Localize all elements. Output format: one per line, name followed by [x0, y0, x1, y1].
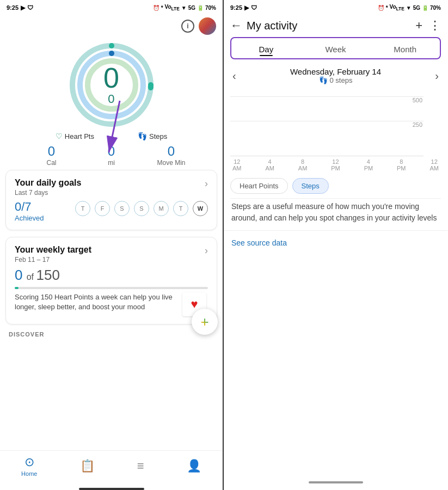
fab-button[interactable]: +	[192, 309, 218, 335]
achieved-label: Achieved	[15, 214, 44, 222]
heart-icon: ♡	[56, 132, 63, 140]
steps-text: Steps	[149, 132, 167, 140]
battery-icon: 🔋	[197, 5, 204, 11]
browse-icon: ≡	[137, 459, 144, 473]
nav-journal[interactable]: 📋	[80, 459, 95, 473]
discover-label: DISCOVER	[0, 328, 223, 340]
info-button[interactable]: i	[181, 20, 194, 33]
network-icon: 5G	[188, 5, 195, 11]
youtube-icon: ▶	[21, 4, 25, 11]
bt-icon-right: *	[386, 5, 388, 11]
x-label-12am-start: 12AM	[232, 158, 242, 171]
x-label-4pm: 4PM	[364, 158, 373, 171]
move-min-stat: 0 Move Min	[152, 143, 191, 167]
weekly-target-desc: Scoring 150 Heart Points a week can help…	[15, 292, 176, 312]
avatar[interactable]	[199, 17, 216, 35]
bottom-nav: ⊙ Home 📋 ≡ 👤	[0, 450, 223, 486]
battery-percent: 70%	[205, 5, 216, 11]
mi-value: 0	[108, 144, 115, 159]
x-label-8am: 8AM	[298, 158, 308, 171]
next-date-button[interactable]: ›	[435, 70, 439, 82]
profile-icon: 👤	[187, 459, 201, 473]
alarm-icon-right: ⏰	[378, 5, 384, 11]
add-button[interactable]: +	[415, 19, 422, 33]
metric-buttons: Heart Points Steps	[224, 171, 447, 198]
x-label-8pm: 8PM	[397, 158, 406, 171]
target-max: 150	[36, 267, 60, 283]
battery-right: 🔋	[422, 5, 428, 11]
mi-stat: 0 mi	[93, 143, 131, 167]
day-F: F	[95, 201, 110, 216]
wifi-icon: ▼	[181, 5, 187, 11]
weekly-progress-fill	[15, 287, 19, 289]
shield-icon-right: 🛡	[251, 4, 257, 11]
daily-goals-card[interactable]: Your daily goals Last 7 days › 0/7 Achie…	[5, 170, 217, 230]
grid-label-250: 250	[413, 121, 424, 128]
alarm-icon: ⏰	[153, 5, 159, 11]
steps-button[interactable]: Steps	[292, 178, 329, 194]
back-button[interactable]: ←	[230, 19, 242, 33]
day-T2: T	[173, 201, 188, 216]
left-header: i	[0, 15, 223, 37]
date-display: Wednesday, February 14 👣 0 steps	[290, 67, 381, 84]
activity-chart: 500 250 12AM 4AM 8AM 12PM 4PM 8PM 12AM	[230, 91, 441, 171]
move-min-unit: Move Min	[157, 159, 185, 167]
target-value-display: 0 of 150	[15, 267, 208, 284]
bluetooth-icon: *	[161, 5, 163, 11]
shield-icon: 🛡	[27, 4, 33, 11]
home-icon: ⊙	[24, 455, 34, 469]
date-navigation: ‹ Wednesday, February 14 👣 0 steps ›	[224, 62, 447, 87]
chart-baseline	[230, 156, 424, 156]
weekly-target-card[interactable]: Your weekly target Feb 11 – 17 › 0 of 15…	[5, 237, 217, 324]
steps-count-text: 0 steps	[330, 76, 353, 84]
x-label-12pm: 12PM	[331, 158, 340, 171]
signal-icon: VoLTE	[165, 4, 180, 11]
steps-label: 👣 Steps	[138, 132, 167, 140]
target-current: 0	[15, 267, 22, 283]
cal-stat: 0 Cal	[33, 143, 71, 167]
x-label-12am-end: 12AM	[429, 158, 439, 171]
prev-date-button[interactable]: ‹	[232, 70, 236, 82]
nav-profile[interactable]: 👤	[187, 459, 201, 473]
tab-week[interactable]: Week	[301, 38, 371, 58]
heart-points-button[interactable]: Heart Points	[230, 178, 288, 194]
page-title: My activity	[247, 20, 415, 32]
weekly-target-title: Your weekly target	[15, 245, 91, 255]
time-left: 9:25	[7, 4, 19, 11]
footsteps-icon-small: 👣	[319, 76, 328, 84]
activity-description: Steps are a useful measure of how much y…	[224, 199, 447, 231]
x-axis-labels: 12AM 4AM 8AM 12PM 4PM 8PM 12AM	[230, 156, 441, 171]
heart-pts-label: ♡ Heart Pts	[56, 132, 94, 140]
5g-right: 5G	[413, 5, 420, 11]
move-min-value: 0	[168, 144, 175, 159]
daily-goals-subtitle: Last 7 days	[15, 189, 81, 197]
day-M: M	[154, 201, 169, 216]
day-S2: S	[134, 201, 149, 216]
weekly-target-subtitle: Feb 11 – 17	[15, 256, 91, 264]
svg-point-5	[109, 51, 114, 56]
more-options-button[interactable]: ⋮	[429, 19, 441, 33]
goal-achieved-value: 0/7	[15, 200, 44, 214]
right-panel: 9:25 ▶ 🛡 ⏰ * VoLTE ▼ 5G 🔋 70% ← My activ…	[224, 0, 447, 490]
daily-goals-title: Your daily goals	[15, 178, 81, 188]
nav-browse[interactable]: ≡	[137, 459, 144, 473]
tab-month[interactable]: Month	[370, 38, 440, 58]
status-bar-left: 9:25 ▶ 🛡 ⏰ * VoLTE ▼ 5G 🔋 70%	[0, 0, 223, 15]
ring-main-number: 0	[103, 64, 119, 92]
weekly-target-chevron: ›	[205, 245, 208, 256]
nav-home[interactable]: ⊙ Home	[21, 455, 37, 477]
time-right: 9:25	[230, 4, 242, 11]
see-source-data-link[interactable]: See source data	[224, 231, 447, 255]
grid-line-500: 500	[230, 96, 424, 103]
tab-day[interactable]: Day	[231, 38, 301, 58]
weekly-progress-bar	[15, 287, 208, 289]
grid-line-250: 250	[230, 121, 424, 128]
mi-unit: mi	[108, 159, 115, 167]
wifi-right: ▼	[406, 5, 412, 11]
status-bar-right: 9:25 ▶ 🛡 ⏰ * VoLTE ▼ 5G 🔋 70%	[224, 0, 447, 15]
day-W: W	[193, 201, 208, 216]
home-indicator-right	[309, 481, 363, 483]
header-actions: + ⋮	[415, 19, 441, 33]
x-label-4am: 4AM	[265, 158, 274, 171]
current-date: Wednesday, February 14	[290, 67, 381, 76]
